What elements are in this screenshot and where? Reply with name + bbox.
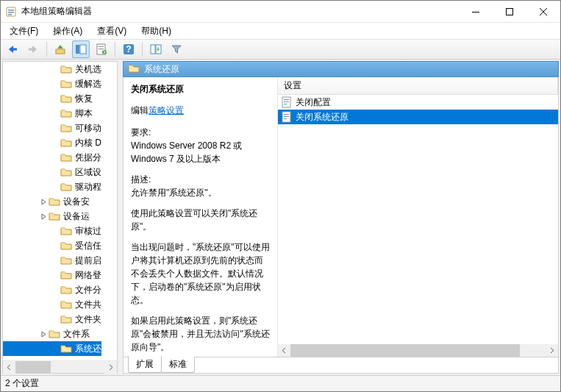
scroll-thumb[interactable] bbox=[290, 344, 520, 357]
edit-policy-link[interactable]: 策略设置 bbox=[149, 105, 184, 115]
properties-button[interactable] bbox=[93, 40, 110, 58]
folder-icon bbox=[60, 314, 72, 324]
window-title: 本地组策略编辑器 bbox=[21, 5, 459, 18]
folder-icon bbox=[60, 285, 72, 295]
tree-item[interactable]: 提前启 bbox=[3, 253, 101, 268]
list-header[interactable]: 设置 bbox=[278, 77, 558, 95]
folder-icon bbox=[60, 123, 72, 133]
up-button[interactable] bbox=[51, 40, 69, 58]
tree-item-label: 可移动 bbox=[75, 122, 101, 135]
folder-icon bbox=[128, 63, 140, 75]
tree-item[interactable]: 系统还 bbox=[3, 341, 101, 356]
tree-item[interactable]: 设备安 bbox=[3, 194, 101, 209]
window: 本地组策略编辑器 文件(F) 操作(A) 查看(V) 帮助(H) ? 关机选缓解… bbox=[0, 0, 561, 392]
list-hscrollbar[interactable] bbox=[278, 344, 558, 357]
tree-scroll[interactable]: 关机选缓解选恢复脚本可移动内核 D凭据分区域设驱动程设备安设备运审核过受信任提前… bbox=[3, 62, 117, 360]
show-hide-tree-button[interactable] bbox=[72, 40, 90, 58]
folder-icon bbox=[60, 64, 72, 74]
forward-button[interactable] bbox=[24, 40, 42, 58]
close-button[interactable] bbox=[526, 1, 560, 23]
svg-rect-27 bbox=[284, 116, 289, 117]
list-item[interactable]: 关闭配置 bbox=[278, 95, 558, 110]
tree-item-label: 驱动程 bbox=[75, 181, 101, 193]
tree-item[interactable]: 脚本 bbox=[3, 106, 101, 121]
filter-button[interactable] bbox=[168, 40, 185, 58]
right-header-title: 系统还原 bbox=[144, 63, 179, 76]
tree-item[interactable]: 驱动程 bbox=[3, 179, 101, 194]
help-button[interactable]: ? bbox=[120, 40, 137, 58]
minimize-button[interactable] bbox=[459, 1, 493, 23]
tree-item[interactable]: 文件共 bbox=[3, 297, 101, 312]
folder-icon bbox=[60, 93, 72, 104]
edit-prefix: 编辑 bbox=[131, 105, 149, 115]
svg-text:?: ? bbox=[126, 44, 131, 54]
expand-icon[interactable] bbox=[38, 329, 49, 339]
folder-icon bbox=[60, 299, 72, 310]
status-text: 2 个设置 bbox=[5, 377, 39, 390]
scroll-track[interactable] bbox=[290, 344, 546, 357]
splitter[interactable] bbox=[118, 60, 122, 375]
menu-action[interactable]: 操作(A) bbox=[47, 24, 88, 39]
tree-item-label: 文件系 bbox=[63, 328, 90, 341]
tree-item[interactable]: 凭据分 bbox=[3, 150, 101, 165]
scroll-track[interactable] bbox=[15, 361, 104, 373]
svg-rect-1 bbox=[8, 10, 14, 11]
scroll-thumb[interactable] bbox=[15, 361, 51, 373]
menu-file[interactable]: 文件(F) bbox=[4, 24, 44, 39]
folder-icon bbox=[60, 226, 72, 236]
tree-item[interactable]: 可移动 bbox=[3, 121, 101, 135]
tree-item[interactable]: 缓解选 bbox=[3, 76, 101, 91]
scroll-left-icon[interactable] bbox=[278, 344, 290, 357]
back-button[interactable] bbox=[4, 40, 21, 58]
titlebar: 本地组策略编辑器 bbox=[1, 1, 560, 23]
menu-view[interactable]: 查看(V) bbox=[91, 24, 132, 39]
tree-item-label: 设备安 bbox=[63, 196, 90, 208]
tree-item-label: 内核 D bbox=[75, 137, 101, 149]
tree-item[interactable]: 受信任 bbox=[3, 238, 101, 253]
list-item[interactable]: 关闭系统还原 bbox=[278, 110, 558, 124]
folder-icon bbox=[49, 196, 60, 207]
tree-item-label: 恢复 bbox=[75, 93, 93, 105]
folder-icon bbox=[49, 211, 60, 221]
tree-item[interactable]: 文件系 bbox=[3, 327, 101, 341]
expand-icon[interactable] bbox=[38, 196, 49, 207]
tree-item[interactable]: 关机选 bbox=[3, 62, 101, 76]
tree-item-label: 文件共 bbox=[75, 299, 101, 311]
svg-rect-22 bbox=[284, 99, 289, 100]
svg-rect-15 bbox=[99, 49, 104, 49]
tree-item[interactable]: 恢复 bbox=[3, 91, 101, 106]
list-item-label: 关闭配置 bbox=[296, 96, 331, 109]
tree-item[interactable]: 审核过 bbox=[3, 224, 101, 238]
right-body: 关闭系统还原 编辑策略设置 要求:Windows Server 2008 R2 … bbox=[123, 77, 559, 357]
list-body[interactable]: 关闭配置关闭系统还原 bbox=[278, 95, 558, 357]
policy-icon bbox=[281, 96, 293, 108]
scroll-right-icon[interactable] bbox=[546, 344, 558, 357]
tree-item[interactable]: 内核 D bbox=[3, 135, 101, 150]
tree-item-label: 设备运 bbox=[63, 210, 90, 223]
scroll-right-icon[interactable] bbox=[104, 361, 117, 374]
tree-item[interactable]: 文件分 bbox=[3, 282, 101, 297]
tree-item[interactable]: 设备运 bbox=[3, 209, 101, 224]
menu-help[interactable]: 帮助(H) bbox=[135, 24, 177, 39]
tabs: 扩展 标准 bbox=[123, 357, 559, 374]
tree-hscrollbar[interactable] bbox=[3, 360, 117, 373]
tree-item-label: 提前启 bbox=[75, 254, 101, 267]
folder-icon bbox=[60, 270, 72, 280]
svg-rect-26 bbox=[284, 114, 289, 115]
scroll-left-icon[interactable] bbox=[3, 361, 15, 374]
all-settings-button[interactable] bbox=[147, 40, 165, 58]
maximize-button[interactable] bbox=[493, 1, 526, 23]
tree-item[interactable]: 网络登 bbox=[3, 268, 101, 282]
tree-item-label: 审核过 bbox=[75, 225, 101, 238]
column-header-setting[interactable]: 设置 bbox=[278, 77, 558, 94]
expand-icon[interactable] bbox=[38, 211, 49, 221]
tab-extended[interactable]: 扩展 bbox=[128, 356, 162, 373]
tree-item[interactable]: 区域设 bbox=[3, 165, 101, 179]
tree-item-label: 文件分 bbox=[75, 284, 101, 296]
statusbar: 2 个设置 bbox=[1, 375, 560, 391]
tree-item-label: 网络登 bbox=[75, 269, 101, 282]
svg-rect-9 bbox=[29, 49, 33, 51]
tree-item-label: 受信任 bbox=[75, 240, 101, 252]
tab-standard[interactable]: 标准 bbox=[161, 357, 195, 373]
tree-item[interactable]: 文件夹 bbox=[3, 312, 101, 327]
